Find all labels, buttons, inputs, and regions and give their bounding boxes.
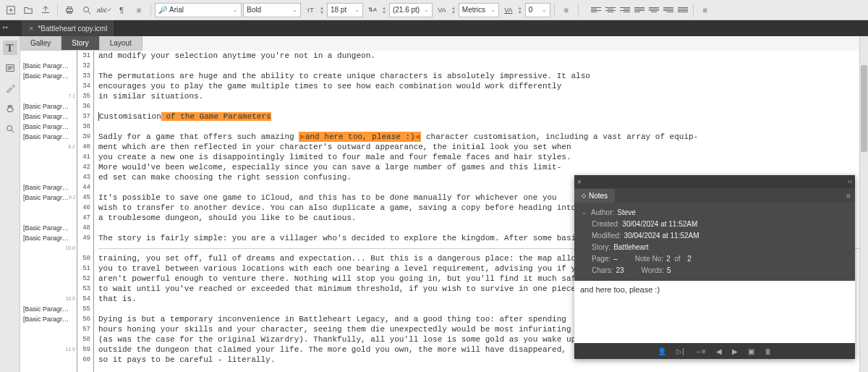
para-style-cell[interactable]: 10.9 — [20, 294, 77, 304]
para-style-cell[interactable]: 10.0 — [20, 243, 77, 253]
search-icon[interactable] — [79, 2, 95, 18]
para-style-cell[interactable]: [Basic Paragr… — [20, 61, 77, 71]
document-tab[interactable]: × *Battleheart copy.icml — [22, 20, 115, 36]
para-style-cell[interactable] — [20, 253, 77, 263]
font-family-field[interactable]: 🔎 Arial ⌄ — [155, 3, 242, 17]
save-icon[interactable] — [38, 2, 54, 18]
text-line[interactable]: in similar situations. — [98, 91, 868, 101]
para-style-cell[interactable]: 7.1 — [20, 91, 77, 101]
expand-arrow-icon[interactable]: ▸▸ — [3, 24, 9, 30]
text-line[interactable] — [98, 101, 868, 111]
note-body-text[interactable]: and here too, please :) — [574, 281, 855, 343]
para-style-cell[interactable] — [20, 274, 77, 284]
metrics-field[interactable]: Metrics ⌄ — [459, 3, 499, 17]
spellcheck-icon[interactable]: abc✓ — [96, 2, 112, 18]
zoom-tool-icon[interactable] — [3, 122, 17, 136]
type-tool-icon[interactable]: T — [3, 41, 17, 55]
para-style-cell[interactable] — [20, 263, 77, 274]
more-menu-icon[interactable]: ≡ — [697, 2, 713, 18]
tab-layout[interactable]: Layout — [100, 36, 142, 50]
para-style-cell[interactable]: 11.9 — [20, 344, 77, 355]
note-new-icon[interactable]: ▣ — [746, 346, 756, 357]
tracking-field[interactable]: 0 ⌄ — [525, 3, 550, 17]
tracking-stepper[interactable]: ▲▼ — [518, 6, 522, 14]
font-weight-field[interactable]: Bold ⌄ — [243, 3, 301, 17]
text-line[interactable] — [98, 122, 868, 132]
justify-left-icon[interactable] — [633, 4, 646, 17]
notes-collapse-icon[interactable]: ⌄ — [582, 207, 587, 219]
para-style-cell[interactable] — [20, 334, 77, 344]
line-number-cell: 59 — [77, 344, 93, 355]
align-left-icon[interactable] — [590, 4, 603, 17]
para-style-cell[interactable]: 8.2 — [20, 142, 77, 152]
scrollbar-thumb[interactable] — [861, 65, 867, 152]
para-style-cell[interactable]: [Basic Paragr… — [20, 122, 77, 132]
align-center-icon[interactable] — [604, 4, 617, 17]
leading-field[interactable]: (21.6 pt) ⌄ — [389, 3, 433, 17]
para-style-cell[interactable] — [20, 51, 77, 61]
note-user-icon[interactable]: 👤 — [656, 346, 668, 357]
para-style-cell[interactable] — [20, 81, 77, 91]
size-stepper[interactable]: ▲▼ — [320, 6, 324, 14]
text-line[interactable]: ment which are then reflected in your ch… — [98, 142, 868, 152]
notes-menu-icon[interactable]: ≡ — [842, 192, 855, 200]
para-style-cell[interactable]: [Basic Paragr… — [20, 71, 77, 81]
print-icon[interactable] — [61, 2, 77, 18]
tab-galley[interactable]: Galley — [20, 36, 61, 50]
para-style-cell[interactable] — [20, 355, 77, 365]
para-style-cell[interactable] — [20, 284, 77, 294]
para-style-cell[interactable] — [20, 324, 77, 334]
text-line[interactable]: Customisation of the Game Parameters — [98, 111, 868, 122]
menu-icon[interactable]: ≡ — [131, 2, 147, 18]
text-line[interactable]: More would've been welcome, especially s… — [98, 162, 868, 172]
para-style-cell[interactable]: [Basic Paragr… — [20, 304, 77, 314]
para-menu-icon[interactable]: ≡ — [558, 2, 574, 18]
justify-center-icon[interactable] — [647, 4, 660, 17]
pilcrow-icon[interactable]: ¶ — [114, 2, 129, 18]
para-style-cell[interactable]: [Basic Paragr… — [20, 182, 77, 193]
metrics-value: Metrics — [462, 6, 485, 14]
para-style-cell[interactable]: [Basic Paragr… — [20, 132, 77, 142]
text-line[interactable]: you create a new one is disappointingly … — [98, 152, 868, 162]
para-style-cell[interactable] — [20, 172, 77, 182]
text-line[interactable]: encourages you to play the game multiple… — [98, 81, 868, 91]
tab-close-icon[interactable]: × — [29, 24, 33, 33]
eyedropper-tool-icon[interactable] — [3, 81, 17, 96]
hand-tool-icon[interactable] — [3, 101, 17, 116]
inline-note[interactable]: ▶and here too, please :)◀ — [299, 132, 421, 142]
para-style-cell[interactable]: [Basic Paragr… — [20, 314, 77, 324]
notes-titlebar[interactable]: × ‹‹ — [574, 175, 855, 188]
text-line[interactable] — [98, 61, 868, 71]
align-right-icon[interactable] — [618, 4, 631, 17]
leading-stepper[interactable]: ▲▼ — [382, 6, 386, 14]
para-style-cell[interactable] — [20, 213, 77, 223]
para-style-cell[interactable]: [Basic Paragr… — [20, 233, 77, 243]
justify-right-icon[interactable] — [662, 4, 675, 17]
notes-expand-icon[interactable]: ‹‹ — [848, 178, 852, 185]
text-line[interactable]: The permutations are huge and the abilit… — [98, 71, 868, 81]
font-size-field[interactable]: 18 pt ⌄ — [327, 3, 363, 17]
note-tool-icon[interactable] — [3, 61, 17, 75]
note-convert-icon[interactable]: →≡ — [693, 346, 707, 357]
note-next-icon[interactable]: ▶ — [731, 346, 739, 357]
note-go-end-icon[interactable]: ▷| — [675, 346, 686, 357]
para-style-cell[interactable]: [Basic Paragr… — [20, 101, 77, 111]
para-style-cell[interactable] — [20, 203, 77, 213]
para-style-cell[interactable]: [Basic Paragr… — [20, 111, 77, 122]
note-delete-icon[interactable]: 🗑 — [763, 346, 773, 357]
justify-full-icon[interactable] — [676, 4, 689, 17]
vertical-scrollbar[interactable] — [859, 36, 868, 372]
para-style-cell[interactable] — [20, 162, 77, 172]
tab-story[interactable]: Story — [61, 36, 99, 50]
new-doc-icon[interactable] — [3, 2, 19, 18]
text-line[interactable]: and modify your selection anytime you're… — [98, 51, 868, 61]
notes-close-icon[interactable]: × — [577, 178, 582, 186]
para-style-cell[interactable]: [Basic Paragr… — [20, 223, 77, 233]
kerning-stepper[interactable]: ▲▼ — [451, 6, 456, 14]
open-icon[interactable] — [20, 2, 36, 18]
para-style-cell[interactable] — [20, 152, 77, 162]
para-style-cell[interactable]: [Basic Paragr…9.2 — [20, 193, 77, 203]
notes-tab[interactable]: ◇ Notes — [574, 189, 615, 203]
note-prev-icon[interactable]: ◀ — [715, 346, 723, 357]
text-line[interactable]: Sadly for a game that offers such amazin… — [98, 132, 868, 142]
